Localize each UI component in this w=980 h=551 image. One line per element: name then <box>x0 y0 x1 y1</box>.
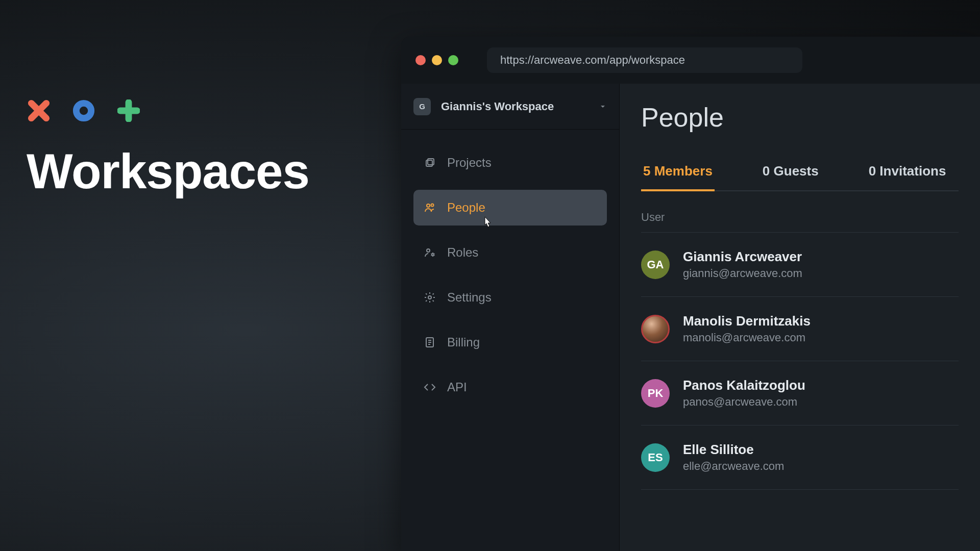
avatar <box>641 315 670 343</box>
sidebar-item-billing[interactable]: Billing <box>413 324 607 360</box>
user-name: Panos Kalaitzoglou <box>683 378 805 393</box>
user-row[interactable]: Manolis Dermitzakismanolis@arcweave.com <box>641 297 959 361</box>
workspace-badge: G <box>413 98 431 115</box>
promo-title: Workspaces <box>27 143 309 199</box>
window-minimize-icon[interactable] <box>432 55 442 65</box>
promo-icon-row <box>27 98 309 123</box>
sidebar: G Giannis's Workspace Projects People <box>401 84 620 551</box>
workspace-name: Giannis's Workspace <box>441 100 589 113</box>
user-email: elle@arcweave.com <box>683 460 784 473</box>
promo-block: Workspaces <box>27 98 309 199</box>
window-zoom-icon[interactable] <box>448 55 458 65</box>
user-info: Elle Sillitoeelle@arcweave.com <box>683 442 784 473</box>
folder-icon <box>423 156 437 170</box>
avatar: GA <box>641 251 670 279</box>
sidebar-item-api[interactable]: API <box>413 369 607 405</box>
sidebar-item-label: Roles <box>447 245 478 260</box>
user-info: Manolis Dermitzakismanolis@arcweave.com <box>683 313 811 344</box>
sidebar-item-roles[interactable]: Roles <box>413 235 607 270</box>
receipt-icon <box>423 335 437 349</box>
window-close-icon[interactable] <box>415 55 426 65</box>
sidebar-item-label: Projects <box>447 156 492 170</box>
url-text: https://arcweave.com/app/workspace <box>500 54 685 67</box>
tab-members[interactable]: 5 Members <box>641 163 715 190</box>
svg-point-0 <box>76 103 91 118</box>
sidebar-item-settings[interactable]: Settings <box>413 280 607 315</box>
app-window: https://arcweave.com/app/workspace G Gia… <box>401 37 980 551</box>
svg-point-5 <box>427 249 430 252</box>
user-email: panos@arcweave.com <box>683 395 805 409</box>
tab-label: 0 Guests <box>763 163 819 179</box>
user-name: Manolis Dermitzakis <box>683 313 811 329</box>
user-name: Giannis Arcweaver <box>683 249 802 265</box>
avatar: PK <box>641 379 670 408</box>
chevron-down-icon <box>599 103 607 111</box>
code-icon <box>423 380 437 394</box>
tabs: 5 Members 0 Guests 0 Invitations <box>641 163 959 191</box>
workspace-switcher[interactable]: G Giannis's Workspace <box>401 84 619 130</box>
plus-icon <box>116 98 141 123</box>
sidebar-item-label: API <box>447 380 467 394</box>
svg-point-6 <box>432 254 434 256</box>
user-list: GAGiannis Arcweavergiannis@arcweave.comM… <box>641 233 959 490</box>
sidebar-item-label: Billing <box>447 335 480 349</box>
svg-rect-2 <box>428 159 434 165</box>
tab-guests[interactable]: 0 Guests <box>761 163 821 190</box>
svg-rect-1 <box>426 160 432 166</box>
circle-icon <box>71 98 96 123</box>
user-email: manolis@arcweave.com <box>683 331 811 344</box>
user-info: Giannis Arcweavergiannis@arcweave.com <box>683 249 802 280</box>
url-bar[interactable]: https://arcweave.com/app/workspace <box>487 47 802 73</box>
tab-label: 5 Members <box>643 163 713 179</box>
user-info: Panos Kalaitzogloupanos@arcweave.com <box>683 378 805 409</box>
tab-label: 0 Invitations <box>869 163 946 179</box>
column-header-user: User <box>641 211 959 233</box>
x-icon <box>27 98 51 123</box>
user-row[interactable]: PKPanos Kalaitzogloupanos@arcweave.com <box>641 361 959 425</box>
svg-point-4 <box>431 204 434 207</box>
svg-point-3 <box>427 204 430 207</box>
main-panel: People 5 Members 0 Guests 0 Invitations … <box>620 84 980 551</box>
sidebar-item-label: People <box>447 201 485 215</box>
user-email: giannis@arcweave.com <box>683 267 802 280</box>
svg-point-7 <box>428 296 431 299</box>
tab-invitations[interactable]: 0 Invitations <box>867 163 948 190</box>
roles-icon <box>423 245 437 260</box>
people-icon <box>423 201 437 215</box>
user-name: Elle Sillitoe <box>683 442 784 458</box>
sidebar-item-projects[interactable]: Projects <box>413 145 607 181</box>
sidebar-nav: Projects People Roles <box>401 130 619 420</box>
gear-icon <box>423 290 437 305</box>
titlebar: https://arcweave.com/app/workspace <box>401 37 980 84</box>
user-row[interactable]: ESElle Sillitoeelle@arcweave.com <box>641 425 959 490</box>
app-body: G Giannis's Workspace Projects People <box>401 84 980 551</box>
user-row[interactable]: GAGiannis Arcweavergiannis@arcweave.com <box>641 233 959 297</box>
avatar: ES <box>641 443 670 472</box>
sidebar-item-people[interactable]: People <box>413 190 607 226</box>
page-title: People <box>641 102 959 133</box>
sidebar-item-label: Settings <box>447 290 492 305</box>
